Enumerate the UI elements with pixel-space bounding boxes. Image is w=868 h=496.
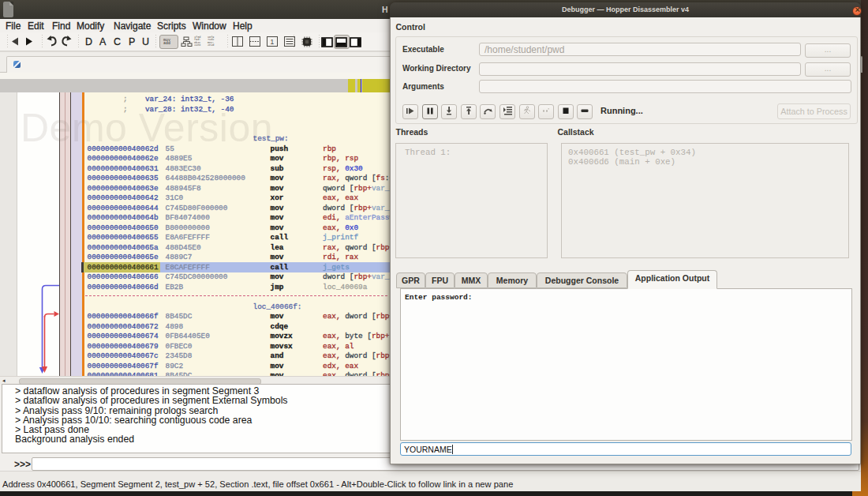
- svg-text:1: 1: [271, 38, 275, 46]
